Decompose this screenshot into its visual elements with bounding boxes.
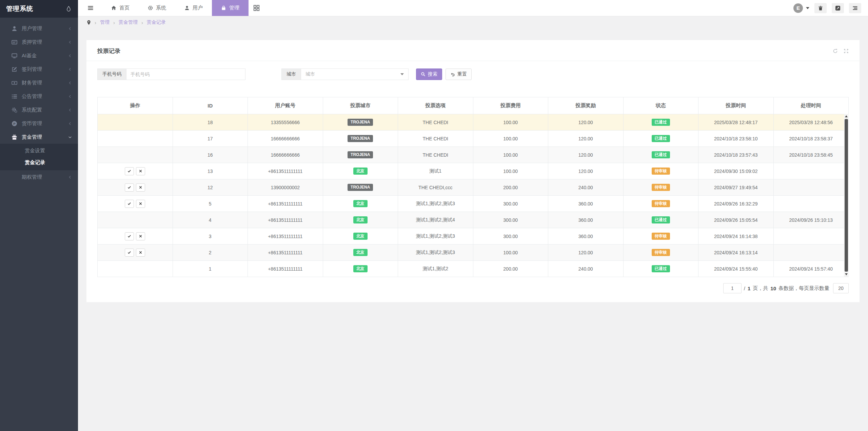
sidebar-item-bounty[interactable]: 赏金管理 <box>0 130 78 144</box>
cell-process-time: 2024/10/18 23:58:37 <box>773 131 849 147</box>
nav-tab-user[interactable]: 用户 <box>175 0 212 16</box>
cell-process-time <box>773 196 849 212</box>
cell-options: THE CHEDI,ccc <box>398 179 473 196</box>
nav-tab-home[interactable]: 首页 <box>102 0 139 16</box>
pagination-total-pages: 1 <box>748 286 750 291</box>
search-icon <box>421 72 426 77</box>
scrollbar-thumb[interactable] <box>845 119 848 272</box>
approve-button[interactable] <box>125 167 134 175</box>
avatar[interactable]: E <box>793 3 803 13</box>
reject-button[interactable] <box>136 167 145 175</box>
reject-button[interactable] <box>136 183 145 192</box>
panel-header: 投票记录 <box>86 40 860 61</box>
check-icon <box>127 169 131 173</box>
bag-icon <box>221 5 226 11</box>
user-menu[interactable]: E <box>793 3 809 13</box>
phone-input[interactable] <box>126 68 245 80</box>
cell-process-time <box>773 244 849 261</box>
cell-account: +8613511111111 <box>248 212 323 228</box>
cell-city: TROJENA <box>323 131 398 147</box>
status-badge: 已通过 <box>652 216 670 223</box>
trash-button[interactable] <box>814 3 827 13</box>
sidebar-item-options[interactable]: 期权管理 <box>0 170 78 184</box>
cell-vote-time: 2024/10/18 23:57:43 <box>698 147 774 163</box>
city-badge: 北京 <box>353 200 368 207</box>
sidebar-item-finance[interactable]: 财务管理 <box>0 76 78 90</box>
reject-button[interactable] <box>136 249 145 257</box>
reset-button[interactable]: 重置 <box>446 68 472 80</box>
breadcrumb-link-bounty[interactable]: 赏金管理 <box>119 19 138 25</box>
pagination-slash: / <box>744 286 745 291</box>
table-header-row: 操作ID用户账号投票城市投票选项投票费用投票奖励状态投票时间处理时间 <box>98 97 849 114</box>
sidebar-item-label: 财务管理 <box>22 80 68 86</box>
pagination: / 1 页，共 10 条数据，每页显示数量 <box>97 283 849 302</box>
sidebar-item-users[interactable]: 用户管理 <box>0 22 78 35</box>
table-row: 3+8613511111111北京测试1,测试2,测试3300.00360.00… <box>98 228 849 244</box>
scroll-up-icon[interactable] <box>844 114 849 118</box>
cell-reward: 360.00 <box>548 228 624 244</box>
cell-account: 16666666666 <box>248 147 323 163</box>
cell-city: TROJENA <box>323 114 398 131</box>
approve-button[interactable] <box>125 249 134 257</box>
breadcrumb: › 管理 › 赏金管理 › 赏金记录 <box>78 16 868 28</box>
approve-button[interactable] <box>125 183 134 192</box>
hamburger-icon[interactable] <box>86 5 95 11</box>
cross-icon <box>139 234 142 238</box>
open-external-button[interactable] <box>832 3 844 13</box>
nav-tab-admin[interactable]: 管理 <box>212 0 249 16</box>
sidebar-item-currency[interactable]: P货币管理 <box>0 117 78 130</box>
column-header: 投票城市 <box>323 97 398 114</box>
cell-actions <box>98 196 173 212</box>
approve-button[interactable] <box>125 232 134 240</box>
reject-button[interactable] <box>136 200 145 208</box>
cell-actions <box>98 163 173 179</box>
cell-process-time <box>773 179 849 196</box>
scroll-down-icon[interactable] <box>844 272 849 276</box>
cell-options: 测试1 <box>398 163 473 179</box>
cell-fee: 300.00 <box>473 228 548 244</box>
cell-fee: 100.00 <box>473 163 548 179</box>
cell-actions <box>98 131 173 147</box>
sidebar-menu: 用户管理质押管理AI基金签到管理财务管理公告管理系统配置P货币管理赏金管理赏金设… <box>0 18 78 184</box>
sidebar-item-pledge[interactable]: 质押管理 <box>0 35 78 49</box>
sidebar-item-checkin[interactable]: 签到管理 <box>0 62 78 76</box>
status-badge: 已通过 <box>652 119 670 126</box>
nav-tab-system[interactable]: 系统 <box>139 0 175 16</box>
sidebar-item-label: AI基金 <box>22 53 68 59</box>
pagination-total-rows: 10 <box>770 286 776 291</box>
cell-actions <box>98 114 173 131</box>
city-badge: 北京 <box>353 233 368 240</box>
sidebar-subitem-bounty-records[interactable]: 赏金记录 <box>0 156 78 168</box>
cell-vote-time: 2024/09/24 16:14:38 <box>698 228 774 244</box>
sidebar-item-system-config[interactable]: 系统配置 <box>0 103 78 117</box>
cell-vote-time: 2024/09/24 15:55:40 <box>698 261 774 277</box>
cell-actions <box>98 179 173 196</box>
top-navbar: 首页系统用户管理 E <box>78 0 868 16</box>
sidebar-item-announcement[interactable]: 公告管理 <box>0 90 78 103</box>
city-select[interactable]: 城市 <box>301 68 409 80</box>
voting-records-panel: 投票记录 手机号码 <box>86 40 860 302</box>
rows-button[interactable] <box>849 3 861 13</box>
table-row: 1213900000002TROJENATHE CHEDI,ccc200.002… <box>98 179 849 196</box>
cross-icon <box>139 169 142 173</box>
refresh-icon[interactable] <box>833 48 838 54</box>
cell-fee: 100.00 <box>473 244 548 261</box>
approve-button[interactable] <box>125 200 134 208</box>
nav-tab-label: 首页 <box>119 5 130 11</box>
page-number-input[interactable] <box>723 283 742 293</box>
cell-reward: 240.00 <box>548 179 624 196</box>
page-size-input[interactable] <box>833 283 849 293</box>
sidebar-item-label: 公告管理 <box>22 93 68 100</box>
column-header: 投票选项 <box>398 97 473 114</box>
reject-button[interactable] <box>136 232 145 240</box>
fullscreen-icon[interactable] <box>844 48 849 54</box>
search-button[interactable]: 搜索 <box>416 68 442 80</box>
breadcrumb-link-admin[interactable]: 管理 <box>100 19 110 25</box>
table-scrollbar[interactable] <box>844 114 849 277</box>
sidebar-item-ai-fund[interactable]: AI基金 <box>0 49 78 62</box>
breadcrumb-link-bounty-records[interactable]: 赏金记录 <box>147 19 166 25</box>
sidebar-subitem-bounty-settings[interactable]: 赏金设置 <box>0 144 78 156</box>
cell-options: THE CHEDI <box>398 131 473 147</box>
column-header: 操作 <box>98 97 173 114</box>
grid-icon[interactable] <box>253 5 260 11</box>
